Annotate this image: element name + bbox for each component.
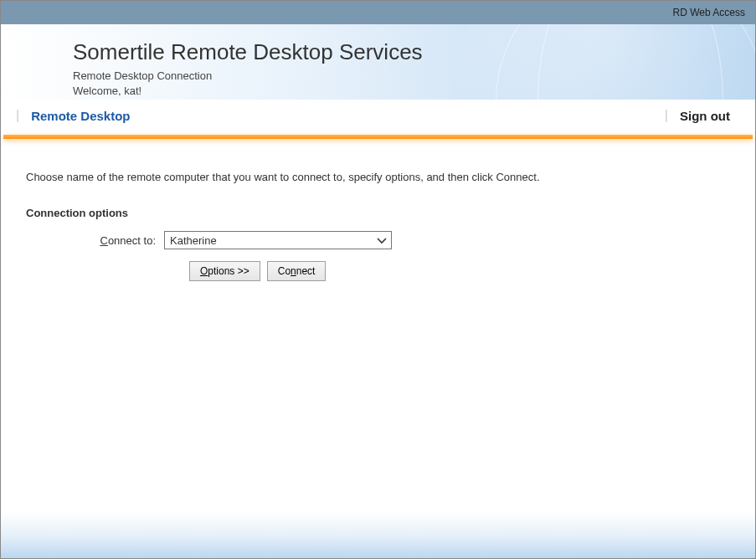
section-title-connection-options: Connection options	[26, 207, 730, 219]
banner: Somertile Remote Desktop Services Remote…	[1, 24, 755, 100]
chevron-down-icon	[374, 235, 389, 246]
sign-out-link[interactable]: Sign out	[680, 109, 730, 123]
connect-to-combobox[interactable]: Katherine	[164, 231, 392, 249]
connect-to-label: Connect to:	[26, 234, 164, 247]
footer-gradient	[1, 512, 755, 558]
top-bar-title: RD Web Access	[673, 7, 745, 18]
button-row: Options >> Connect	[189, 261, 730, 281]
options-button[interactable]: Options >>	[189, 261, 260, 281]
banner-subtitle-1: Remote Desktop Connection	[73, 69, 755, 84]
connect-to-row: Connect to: Katherine	[26, 231, 730, 249]
nav-divider-left: |	[16, 108, 19, 123]
tab-remote-desktop[interactable]: Remote Desktop	[31, 109, 130, 123]
main-content: Choose name of the remote computer that …	[1, 139, 755, 281]
connect-button[interactable]: Connect	[267, 261, 327, 281]
nav-bar: | Remote Desktop | Sign out	[1, 100, 755, 135]
page-title: Somertile Remote Desktop Services	[73, 39, 755, 65]
connect-to-value: Katherine	[170, 234, 374, 247]
nav-divider-right: |	[665, 108, 668, 123]
top-bar: RD Web Access	[1, 1, 755, 24]
instruction-text: Choose name of the remote computer that …	[26, 171, 730, 183]
banner-welcome: Welcome, kat!	[73, 84, 755, 99]
